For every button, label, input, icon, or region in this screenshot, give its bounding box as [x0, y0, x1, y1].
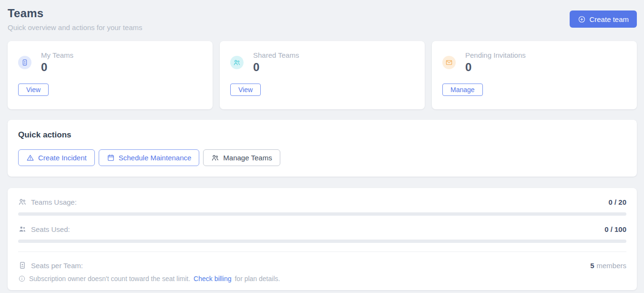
create-team-label: Create team [589, 15, 629, 23]
note-text-suffix: for plan details. [235, 275, 280, 283]
usage-divider [18, 251, 626, 252]
check-billing-link[interactable]: Check billing [194, 275, 231, 283]
create-incident-label: Create Incident [38, 154, 87, 162]
stat-card-meta: My Teams 0 [41, 51, 73, 74]
warning-icon [26, 154, 34, 162]
stat-card-top: My Teams 0 [18, 51, 202, 74]
stat-card-meta: Pending Invitations 0 [465, 51, 526, 74]
quick-actions-row: Create Incident Schedule Maintenance Man… [18, 149, 626, 166]
seats-used-row: Seats Used: 0 / 100 [18, 225, 626, 233]
page-title: Teams [8, 7, 143, 20]
stat-label: Pending Invitations [465, 51, 526, 59]
stat-card-top: Shared Teams 0 [230, 51, 414, 74]
stat-card-top: Pending Invitations 0 [442, 51, 626, 74]
stat-value: 0 [253, 61, 299, 74]
teams-usage-label: Teams Usage: [31, 198, 77, 206]
page-subtitle: Quick overview and actions for your team… [8, 23, 143, 31]
create-incident-button[interactable]: Create Incident [18, 149, 95, 166]
user-group-icon [211, 154, 219, 162]
stat-card-my-teams: My Teams 0 View [8, 41, 213, 109]
usage-panel: Teams Usage: 0 / 20 Seats Used: 0 / 100 [8, 188, 637, 290]
quick-actions-title: Quick actions [18, 130, 626, 140]
user-group-outline-icon [18, 198, 27, 206]
badge-icon [18, 261, 27, 270]
stat-value: 0 [465, 61, 526, 74]
info-icon [18, 275, 26, 283]
teams-usage-progressbar [18, 212, 626, 216]
view-my-teams-button[interactable]: View [18, 84, 49, 96]
manage-teams-button[interactable]: Manage Teams [203, 149, 280, 166]
schedule-maintenance-label: Schedule Maintenance [119, 154, 192, 162]
stat-card-meta: Shared Teams 0 [253, 51, 299, 74]
stat-label: Shared Teams [253, 51, 299, 59]
teams-usage-row: Teams Usage: 0 / 20 [18, 198, 626, 206]
seats-per-team-value: 5 [590, 262, 594, 270]
view-shared-teams-button[interactable]: View [230, 84, 261, 96]
teams-usage-value: 0 / 20 [608, 198, 626, 206]
plus-circle-icon [578, 15, 586, 23]
mail-icon [442, 56, 456, 69]
quick-actions-panel: Quick actions Create Incident Schedule M… [8, 120, 637, 177]
seats-per-team-label: Seats per Team: [31, 262, 83, 270]
teams-usage-label-group: Teams Usage: [18, 198, 77, 206]
schedule-maintenance-button[interactable]: Schedule Maintenance [99, 149, 200, 166]
create-team-button[interactable]: Create team [570, 10, 637, 28]
stat-card-shared-teams: Shared Teams 0 View [220, 41, 425, 109]
user-group-filled-icon [18, 225, 27, 233]
seats-per-team-label-group: Seats per Team: [18, 261, 83, 270]
stat-value: 0 [41, 61, 73, 74]
seats-used-value: 0 / 100 [604, 225, 626, 233]
seats-used-label: Seats Used: [31, 225, 70, 233]
stat-label: My Teams [41, 51, 73, 59]
seats-per-team-row: Seats per Team: 5 members [18, 261, 626, 270]
seat-limit-note: Subscription owner doesn't count toward … [18, 275, 626, 283]
seats-used-label-group: Seats Used: [18, 225, 70, 233]
seats-used-progressbar [18, 240, 626, 243]
note-text-prefix: Subscription owner doesn't count toward … [29, 275, 190, 283]
badge-icon [18, 56, 31, 69]
manage-teams-label: Manage Teams [223, 154, 272, 162]
manage-invitations-button[interactable]: Manage [442, 84, 483, 96]
stat-card-pending-invitations: Pending Invitations 0 Manage [432, 41, 637, 109]
page-heading-block: Teams Quick overview and actions for you… [8, 6, 143, 31]
seats-per-team-value-group: 5 members [590, 262, 626, 270]
teams-page: Teams Quick overview and actions for you… [0, 0, 644, 290]
user-group-icon [230, 56, 244, 69]
seats-per-team-unit: members [596, 262, 626, 270]
stats-cards: My Teams 0 View Shared Teams 0 View [8, 41, 637, 109]
page-header: Teams Quick overview and actions for you… [8, 6, 637, 31]
calendar-icon [107, 154, 115, 162]
